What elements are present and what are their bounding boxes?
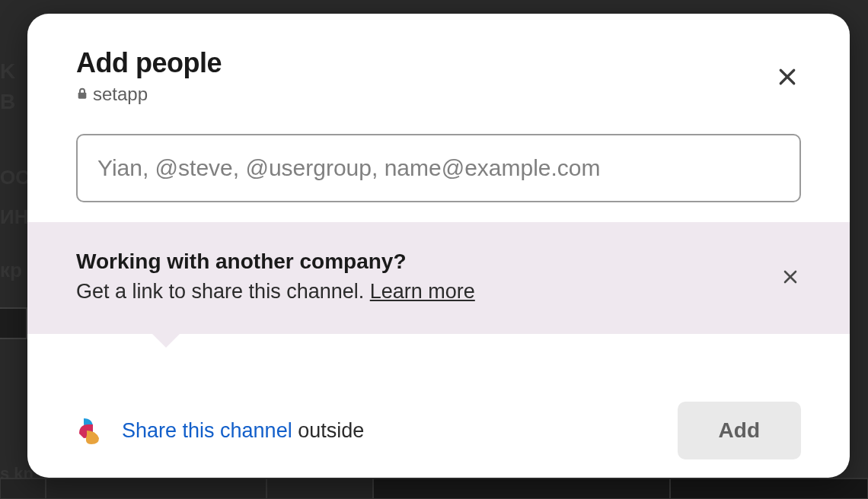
close-modal-button[interactable] — [771, 61, 804, 94]
banner-body-text: Get a link to share this channel. — [76, 280, 370, 303]
people-input[interactable] — [76, 134, 801, 202]
input-section — [27, 120, 850, 222]
banner-body: Get a link to share this channel. Learn … — [76, 280, 801, 304]
slack-connect-icon — [76, 415, 107, 446]
share-channel-link[interactable]: Share this channel — [122, 419, 292, 442]
learn-more-link[interactable]: Learn more — [370, 280, 475, 303]
share-suffix: outside — [292, 419, 365, 442]
modal-channel: setapp — [76, 84, 801, 105]
modal-footer: Share this channel outside Add — [27, 370, 850, 478]
share-text: Share this channel outside — [122, 419, 364, 443]
close-banner-button[interactable] — [775, 263, 806, 294]
banner-title: Working with another company? — [76, 249, 801, 274]
modal-header: Add people setapp — [27, 14, 850, 120]
external-share-banner: Working with another company? Get a link… — [27, 222, 850, 334]
share-channel-section: Share this channel outside — [76, 415, 364, 446]
close-icon — [776, 65, 799, 91]
add-people-modal: Add people setapp Working with another c… — [27, 14, 850, 478]
add-button[interactable]: Add — [678, 402, 801, 459]
banner-pointer — [149, 331, 183, 348]
lock-icon — [76, 84, 88, 105]
close-icon — [781, 268, 799, 288]
modal-title: Add people — [76, 47, 801, 79]
channel-name: setapp — [93, 84, 148, 105]
